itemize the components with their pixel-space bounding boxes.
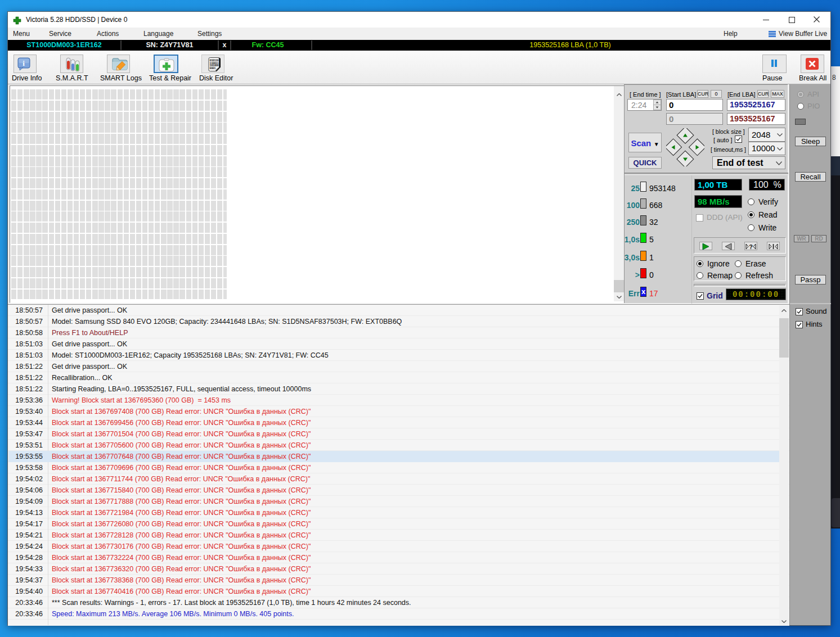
svg-text:i: i bbox=[23, 59, 25, 67]
svg-text:?: ? bbox=[749, 243, 753, 250]
svg-text:0001: 0001 bbox=[210, 67, 216, 70]
